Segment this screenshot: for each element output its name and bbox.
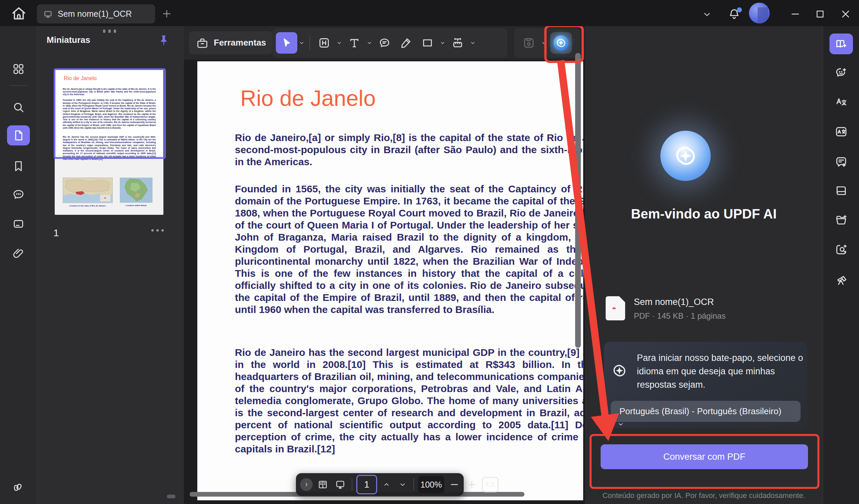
sidebar-item-grid[interactable] xyxy=(7,59,30,79)
ai-intro-card: Para iniciar nosso bate-papo, selecione … xyxy=(604,342,807,428)
ai-translate-page-button[interactable] xyxy=(829,121,853,142)
heading-tool-chevron-icon[interactable] xyxy=(335,32,344,53)
document-card-icon xyxy=(12,217,25,231)
ai-translate-button[interactable] xyxy=(829,92,853,113)
toolbox-icon xyxy=(196,36,209,50)
ai-files-button[interactable] xyxy=(829,210,853,231)
notification-badge xyxy=(737,7,742,12)
file-name: Sem nome(1)_OCR xyxy=(634,297,725,307)
page-number-input[interactable]: 1 xyxy=(356,475,377,494)
ai-summarize-button[interactable] xyxy=(829,152,853,172)
presentation-button[interactable] xyxy=(333,477,348,492)
chevron-down-icon xyxy=(398,480,407,489)
shape-tool-button[interactable] xyxy=(417,32,438,53)
ai-swirl-icon xyxy=(671,141,700,171)
title-bar: Sem nome(1)_OCR xyxy=(0,0,859,26)
maximize-button[interactable] xyxy=(813,8,827,20)
save-button[interactable] xyxy=(518,32,540,53)
toolbar-divider xyxy=(310,35,310,50)
two-page-layout-icon xyxy=(317,479,329,490)
grid-icon xyxy=(12,62,25,76)
sidebar-item-search[interactable] xyxy=(7,97,30,117)
pdf-file-icon xyxy=(606,296,625,320)
document-tab[interactable]: Sem nome(1)_OCR xyxy=(37,4,155,23)
sidebar-item-bookmarks[interactable] xyxy=(7,156,30,176)
ai-disclaimer: Conteúdo gerado por IA. Por favor, verif… xyxy=(585,491,823,500)
book-sparkle-icon xyxy=(834,37,848,51)
tools-menu-label: Ferramentas xyxy=(214,37,266,48)
book-icon xyxy=(834,184,848,198)
measure-tool-button[interactable] xyxy=(447,32,468,53)
thumbnails-scrollbar[interactable] xyxy=(167,494,176,498)
sidebar-item-comments[interactable] xyxy=(7,184,30,204)
next-page-button[interactable] xyxy=(396,477,409,492)
close-button[interactable] xyxy=(839,8,852,20)
select-tool-chevron-icon[interactable] xyxy=(297,32,306,53)
updf-ai-logo xyxy=(660,131,711,181)
zoom-out-button[interactable] xyxy=(447,477,462,492)
rectangle-icon xyxy=(421,36,434,50)
tutorial-highlight-ai-button xyxy=(544,26,584,63)
thumbnail-page-number: 1 xyxy=(54,227,59,239)
scan-search-sparkle-icon xyxy=(834,242,848,257)
ai-ocr-search-button[interactable] xyxy=(829,239,853,260)
doc-paragraph: Rio de Janeiro has the second largest mu… xyxy=(235,347,583,455)
paperclip-icon xyxy=(12,247,25,260)
telescope-icon xyxy=(834,273,848,287)
minimize-button[interactable] xyxy=(788,8,802,20)
translate-icon xyxy=(834,95,848,109)
home-icon[interactable] xyxy=(10,5,28,22)
reader-mode-button[interactable] xyxy=(829,180,853,201)
ai-swirl-outline-icon xyxy=(610,361,629,380)
document-area: Ferramentas xyxy=(184,26,585,504)
select-tool-button[interactable] xyxy=(276,32,297,53)
tools-menu-button[interactable]: Ferramentas xyxy=(189,31,273,54)
search-icon xyxy=(12,100,25,114)
zoom-in-button[interactable] xyxy=(464,477,479,492)
sidebar-item-thumbnails[interactable] xyxy=(7,125,30,145)
zoom-level-input[interactable]: 100% xyxy=(418,476,444,493)
language-value: Português (Brasil) - Português (Brasilei… xyxy=(619,406,782,416)
cursor-icon xyxy=(280,36,293,50)
pin-icon[interactable] xyxy=(157,33,170,47)
sidebar-item-snapshots[interactable] xyxy=(7,214,30,234)
thumbnail-visible-area-outline xyxy=(54,68,166,159)
document-vertical-scrollbar[interactable] xyxy=(575,53,581,348)
ai-welcome-title: Bem-vindo ao UPDF AI xyxy=(585,206,823,221)
chevron-down-icon xyxy=(617,420,625,428)
ai-intro-text: Para iniciar nosso bate-papo, selecione … xyxy=(637,351,806,391)
toolbar-expand-button[interactable] xyxy=(300,478,313,491)
ai-chat-button[interactable] xyxy=(829,62,853,83)
text-icon xyxy=(348,36,361,50)
panel-drag-handle[interactable] xyxy=(103,30,117,33)
shape-tool-chevron-icon[interactable] xyxy=(438,32,447,53)
pen-icon xyxy=(399,36,413,50)
text-tool-button[interactable] xyxy=(344,32,365,53)
measure-tool-chevron-icon[interactable] xyxy=(468,32,477,53)
viewer-divider xyxy=(352,478,352,491)
thumbnails-panel: Miniaturas Rio de Janelo Rio de Janeiro,… xyxy=(37,26,184,504)
explore-button[interactable] xyxy=(829,269,853,290)
previous-page-button[interactable] xyxy=(380,477,393,492)
doc-paragraph: Founded in 1565, the city was initially … xyxy=(235,183,583,316)
sidebar-divider xyxy=(10,85,28,86)
text-tool-chevron-icon[interactable] xyxy=(365,32,374,53)
ai-read-mode-button[interactable] xyxy=(829,33,853,54)
ai-sidebar xyxy=(823,26,859,504)
comment-bubble-icon xyxy=(378,36,391,50)
file-info-card: Sem nome(1)_OCR PDF · 145 KB · 1 páginas xyxy=(606,296,802,325)
sidebar-item-attachments[interactable] xyxy=(7,243,30,263)
thumbnail-more-menu[interactable] xyxy=(151,229,165,233)
page-layout-button[interactable] xyxy=(315,477,330,492)
avatar[interactable] xyxy=(749,3,770,23)
heading-tool-button[interactable] xyxy=(313,32,335,53)
comment-tool-button[interactable] xyxy=(374,32,395,53)
page-thumbnails-icon xyxy=(12,129,25,142)
language-select[interactable]: Português (Brasil) - Português (Brasilei… xyxy=(611,401,801,422)
actual-size-button[interactable]: 1:1 xyxy=(482,477,499,492)
pen-tool-button[interactable] xyxy=(395,32,417,53)
new-tab-icon[interactable] xyxy=(161,8,172,19)
sidebar-item-theme[interactable] xyxy=(7,476,30,496)
titlebar-chevron-down-icon[interactable] xyxy=(701,9,713,20)
updf-app-window: Sem nome(1)_OCR Miniaturas Rio de Janelo… xyxy=(0,0,859,504)
